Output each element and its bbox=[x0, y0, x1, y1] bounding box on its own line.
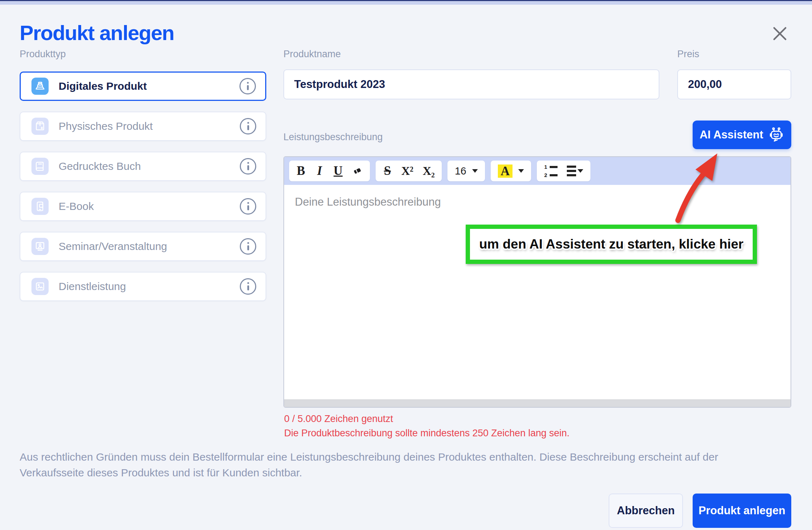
price-label: Preis bbox=[677, 49, 699, 60]
product-type-option-digitales-produkt[interactable]: Digitales Produkt bbox=[20, 72, 266, 101]
editor-toolbar: B I U S X² X₂ 16 bbox=[284, 157, 791, 185]
superscript-button[interactable]: X² bbox=[401, 165, 414, 178]
service-icon bbox=[31, 278, 49, 295]
page-title: Produkt anlegen bbox=[20, 21, 174, 45]
ai-assistant-button[interactable]: AI Assistent bbox=[693, 121, 791, 149]
bold-button[interactable]: B bbox=[296, 164, 306, 178]
product-name-label: Produktname bbox=[283, 49, 341, 60]
ordered-list-button[interactable]: 1 2 bbox=[544, 164, 558, 178]
eraser-icon bbox=[352, 166, 363, 176]
toolbar-group-lists: 1 2 bbox=[537, 161, 590, 181]
info-icon[interactable] bbox=[240, 118, 256, 134]
close-icon bbox=[772, 26, 788, 41]
strikethrough-button[interactable]: S bbox=[383, 164, 392, 178]
annotation-text: um den AI Assistent zu starten, klicke h… bbox=[479, 237, 744, 252]
text-color-dropdown[interactable]: A bbox=[498, 165, 524, 178]
product-type-option-label: Digitales Produkt bbox=[59, 80, 239, 92]
close-button[interactable] bbox=[770, 24, 790, 44]
toolbar-group-color: A bbox=[491, 161, 531, 181]
min-length-hint: Die Produktbeschreibung sollte mindesten… bbox=[284, 428, 569, 439]
underline-button[interactable]: U bbox=[333, 164, 343, 178]
info-icon[interactable] bbox=[240, 278, 256, 295]
align-list-icon bbox=[567, 166, 576, 176]
subscript-button[interactable]: X₂ bbox=[423, 165, 435, 178]
char-counter: 0 / 5.000 Zeichen genutzt bbox=[284, 413, 393, 425]
info-icon[interactable] bbox=[239, 78, 256, 94]
product-type-label: Produkttyp bbox=[20, 49, 66, 60]
chevron-down-icon bbox=[578, 169, 583, 173]
editor-resize-handle[interactable] bbox=[284, 399, 791, 407]
product-type-list: Digitales Produkt Physisches Produkt Ged… bbox=[20, 72, 266, 301]
product-name-input[interactable] bbox=[283, 69, 659, 99]
eraser-button[interactable] bbox=[352, 166, 363, 176]
description-placeholder: Deine Leistungsbeschreibung bbox=[295, 196, 441, 208]
presenter-icon bbox=[31, 238, 49, 255]
ai-assistant-button-label: AI Assistent bbox=[699, 128, 763, 141]
create-product-dialog: Produkt anlegen Produkttyp Digitales Pro… bbox=[0, 0, 812, 530]
laptop-package-icon bbox=[31, 78, 49, 95]
annotation-callout: um den AI Assistent zu starten, klicke h… bbox=[466, 225, 757, 264]
robot-icon bbox=[768, 127, 784, 143]
product-type-option-label: Physisches Produkt bbox=[59, 120, 240, 132]
chevron-down-icon bbox=[518, 169, 524, 173]
book-icon bbox=[31, 158, 49, 175]
product-type-option-label: Gedrucktes Buch bbox=[59, 160, 240, 172]
product-type-option-label: Dienstleistung bbox=[59, 280, 240, 293]
ordered-list-icon: 1 2 bbox=[544, 164, 558, 178]
chevron-down-icon bbox=[472, 169, 478, 173]
legal-note: Aus rechtlichen Gründen muss dein Bestel… bbox=[20, 449, 777, 480]
package-icon bbox=[31, 118, 49, 135]
alignment-dropdown[interactable] bbox=[567, 166, 583, 176]
description-editor: B I U S X² X₂ 16 bbox=[283, 156, 791, 408]
info-icon[interactable] bbox=[240, 158, 256, 175]
description-label: Leistungsbeschreibung bbox=[283, 132, 383, 143]
description-textarea[interactable]: Deine Leistungsbeschreibung bbox=[284, 185, 791, 401]
font-size-dropdown[interactable]: 16 bbox=[455, 165, 477, 177]
cancel-button[interactable]: Abbrechen bbox=[609, 494, 683, 528]
product-type-option-gedrucktes-buch[interactable]: Gedrucktes Buch bbox=[20, 152, 266, 181]
ereader-icon bbox=[31, 198, 49, 215]
product-type-option-label: E-Book bbox=[59, 200, 240, 212]
italic-button[interactable]: I bbox=[315, 164, 324, 178]
toolbar-group-size: 16 bbox=[447, 161, 485, 181]
product-type-option-physisches-produkt[interactable]: Physisches Produkt bbox=[20, 112, 266, 141]
toolbar-group-script: S X² X₂ bbox=[376, 161, 442, 181]
product-type-option-seminar-veranstaltung[interactable]: Seminar/Veranstaltung bbox=[20, 232, 266, 261]
text-color-icon: A bbox=[498, 165, 513, 178]
info-icon[interactable] bbox=[240, 198, 256, 215]
price-input[interactable] bbox=[677, 69, 791, 99]
product-type-option-e-book[interactable]: E-Book bbox=[20, 192, 266, 221]
create-product-button[interactable]: Produkt anlegen bbox=[693, 494, 791, 528]
toolbar-group-basic: B I U bbox=[289, 161, 370, 181]
info-icon[interactable] bbox=[240, 238, 256, 255]
product-type-option-label: Seminar/Veranstaltung bbox=[59, 240, 240, 252]
product-type-option-dienstleistung[interactable]: Dienstleistung bbox=[20, 272, 266, 301]
